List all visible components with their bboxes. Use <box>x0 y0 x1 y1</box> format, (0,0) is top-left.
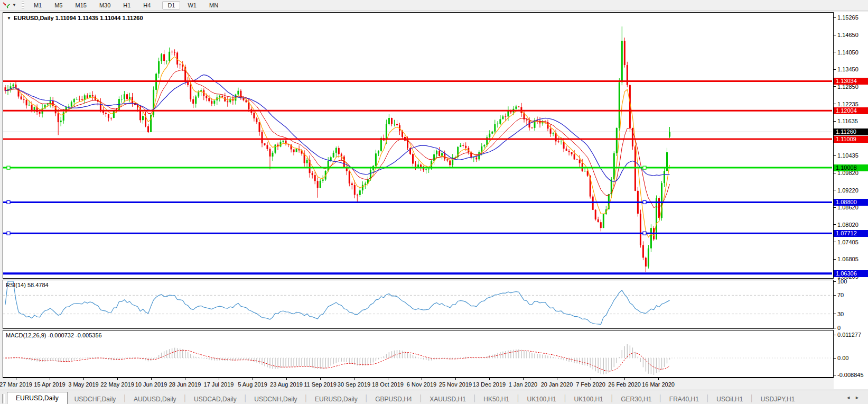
date-tick <box>16 378 16 380</box>
date-label: 26 Feb 2020 <box>608 381 641 388</box>
tab-usdcnh-daily[interactable]: USDCNH,Daily <box>247 394 304 404</box>
price-badge-1.07712: 1.07712 <box>834 230 868 237</box>
date-label: 30 Sep 2019 <box>338 381 370 388</box>
date-tick <box>557 378 557 380</box>
date-tick <box>354 378 354 380</box>
date-axis[interactable]: 27 Mar 201915 Apr 20193 May 201922 May 2… <box>3 378 834 390</box>
tabbar-grip <box>2 394 5 403</box>
tab-eurusd-daily[interactable]: EURUSD,Daily <box>308 394 365 404</box>
rsi-axis-label: 70 <box>834 292 844 298</box>
tf-button-M1[interactable]: M1 <box>29 1 47 10</box>
date-label: 20 Jan 2020 <box>541 381 573 388</box>
price-tick: 1.07405 <box>834 239 858 245</box>
tf-button-M5[interactable]: M5 <box>49 1 68 10</box>
date-tick <box>320 378 321 380</box>
tf-button-D1[interactable]: D1 <box>162 1 180 10</box>
date-tick <box>286 378 287 380</box>
price-badge-1.08800: 1.08800 <box>834 199 868 206</box>
chart-periods-icon[interactable] <box>2 1 11 9</box>
tab-separator: │ <box>563 394 567 402</box>
date-tick <box>83 378 84 380</box>
tab-uk100-h1[interactable]: UK100,H1 <box>520 394 563 404</box>
chart-tab-bar: EURUSD,DailyUSDCHF,Daily│AUDUSD,Daily│US… <box>0 390 868 404</box>
tab-xauusd-h1[interactable]: XAUUSD,H1 <box>423 394 473 404</box>
rsi-label: RSI(14) 58.4784 <box>6 282 49 288</box>
date-tick <box>658 378 659 380</box>
date-label: 3 May 2019 <box>68 381 98 388</box>
date-label: 28 Jun 2019 <box>169 381 201 388</box>
hline-handle[interactable] <box>7 232 10 235</box>
macd-axis-label: 0.011277 <box>834 332 861 338</box>
price-badge-1.13034: 1.13034 <box>834 78 868 85</box>
hline-handle[interactable] <box>7 200 10 204</box>
rsi-panel[interactable]: RSI(14) 58.4784 <box>3 280 834 329</box>
tab-ger30-h1[interactable]: GER30,H1 <box>614 394 658 404</box>
date-tick <box>253 378 253 380</box>
price-tick: 1.09220 <box>834 187 858 194</box>
date-tick <box>50 378 50 380</box>
timeframe-toolbar: ▼ M1M5M15M30H1H4D1W1MN <box>0 0 868 11</box>
tab-gbpusd-h4[interactable]: GBPUSD,H4 <box>368 394 418 404</box>
tab-hk50-h1[interactable]: HK50,H1 <box>477 394 516 404</box>
chart-title: ▼EURUSD,Daily 1.11094 1.11435 1.11044 1.… <box>7 15 143 21</box>
tab-fra40-h1[interactable]: FRA40,H1 <box>662 394 706 404</box>
tab-scroll-arrows[interactable]: ◄► <box>846 395 864 400</box>
macd-panel[interactable]: MACD(12,26,9) -0.000732 -0.005356 <box>3 330 834 378</box>
tf-button-H4[interactable]: H4 <box>138 1 156 10</box>
tab-separator: │ <box>706 394 710 402</box>
price-tick: 1.10435 <box>834 152 858 159</box>
toolbar-grip[interactable] <box>22 2 24 8</box>
rsi-axis-label: 30 <box>834 311 844 317</box>
tab-audusd-daily[interactable]: AUDUSD,Daily <box>127 394 183 404</box>
tf-button-MN[interactable]: MN <box>204 1 223 10</box>
price-tick: 1.15265 <box>834 14 858 21</box>
date-tick <box>523 378 524 380</box>
tf-button-M15[interactable]: M15 <box>70 1 91 10</box>
tab-uk100-h1[interactable]: UK100,H1 <box>567 394 610 404</box>
date-label: 16 Mar 2020 <box>642 381 675 388</box>
tab-separator: │ <box>473 394 477 402</box>
mt4-window: ▼ M1M5M15M30H1H4D1W1MN ▼EURUSD,Daily 1.1… <box>0 0 868 404</box>
price-tick: 1.06805 <box>834 256 858 262</box>
hline-handle[interactable] <box>643 166 646 169</box>
hline-handle[interactable] <box>643 200 646 204</box>
chevron-down-icon[interactable]: ▼ <box>7 16 11 21</box>
tf-button-H1[interactable]: H1 <box>118 1 136 10</box>
main-chart-panel[interactable]: ▼EURUSD,Daily 1.11094 1.11435 1.11044 1.… <box>3 12 834 279</box>
price-badge-1.06306: 1.06306 <box>834 270 868 277</box>
macd-histogram-chart <box>3 330 832 376</box>
date-tick <box>422 378 422 380</box>
rsi-axis-label: 0 <box>834 325 841 331</box>
tab-items: EURUSD,DailyUSDCHF,Daily│AUDUSD,Daily│US… <box>7 392 801 404</box>
price-tick: 1.08020 <box>834 222 858 228</box>
tf-button-M30[interactable]: M30 <box>94 1 116 10</box>
macd-axis-label: 0.00 <box>834 355 848 361</box>
date-label: 23 Aug 2019 <box>270 381 303 388</box>
price-badge-1.11260: 1.11260 <box>834 128 868 135</box>
price-tick: 1.14050 <box>834 49 858 56</box>
date-label: 10 Jun 2019 <box>135 381 167 388</box>
date-tick <box>388 378 388 380</box>
tf-button-W1[interactable]: W1 <box>182 1 202 10</box>
price-tick: 1.12235 <box>834 101 858 107</box>
price-tick: 1.14650 <box>834 32 858 38</box>
chevron-down-icon[interactable]: ▼ <box>12 3 16 7</box>
price-axis[interactable]: 1.152651.146501.140501.134501.128501.122… <box>834 12 868 389</box>
date-label: 27 Mar 2019 <box>0 381 32 388</box>
tab-usdcad-daily[interactable]: USDCAD,Daily <box>187 394 244 404</box>
tab-usoil-h1[interactable]: USOil,H1 <box>710 394 750 404</box>
rsi-axis-label: 100 <box>834 278 847 284</box>
date-tick <box>151 378 152 380</box>
tab-usdjpy-h1[interactable]: USDJPY,H1 <box>754 394 801 404</box>
tab-separator: │ <box>658 394 662 402</box>
timeframe-buttons: M1M5M15M30H1H4D1W1MN <box>27 2 225 8</box>
date-tick <box>591 378 591 380</box>
date-label: 7 Feb 2020 <box>576 381 605 388</box>
tab-separator: │ <box>516 394 520 402</box>
tab-eurusd-daily[interactable]: EURUSD,Daily <box>7 392 68 404</box>
price-tick: 1.11635 <box>834 118 858 124</box>
tab-usdchf-daily[interactable]: USDCHF,Daily <box>68 394 123 404</box>
hline-handle[interactable] <box>7 166 10 169</box>
hline-handle[interactable] <box>643 232 646 235</box>
candlestick-chart[interactable] <box>3 13 832 277</box>
